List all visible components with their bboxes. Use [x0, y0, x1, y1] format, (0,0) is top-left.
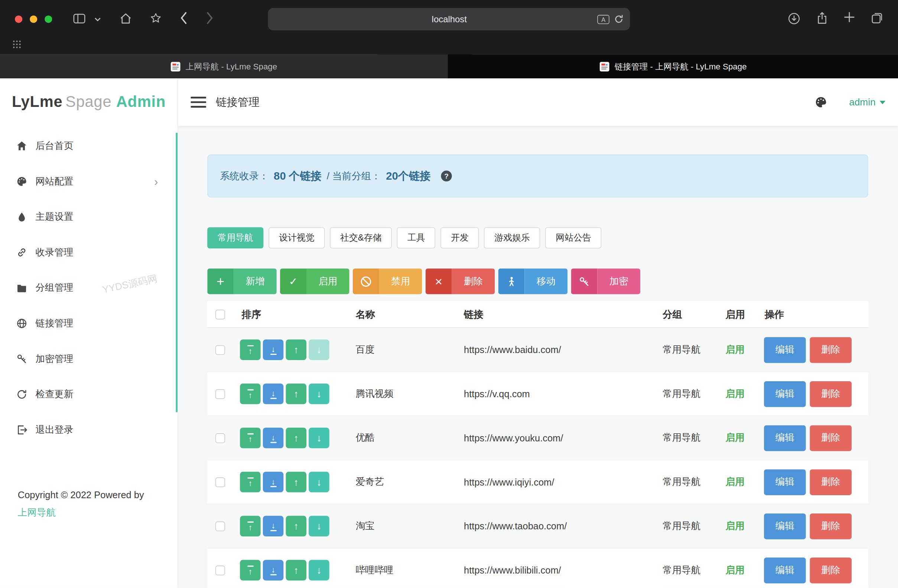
- move-top-button[interactable]: [240, 472, 261, 493]
- minimize-window-button[interactable]: [30, 15, 37, 23]
- sidebar-item-logout[interactable]: 退出登录: [0, 412, 177, 448]
- move-down-button[interactable]: [309, 560, 329, 580]
- arrow-up-icon: [294, 389, 298, 399]
- edit-button[interactable]: 编辑: [764, 425, 806, 451]
- move-up-button[interactable]: [286, 560, 307, 580]
- category-tab-games[interactable]: 游戏娱乐: [484, 227, 540, 248]
- move-up-button[interactable]: [286, 339, 307, 360]
- copyright-link[interactable]: 上网导航: [18, 504, 56, 522]
- disable-button[interactable]: 禁用: [353, 269, 422, 294]
- move-bottom-button[interactable]: [263, 384, 284, 404]
- row-checkbox[interactable]: [215, 521, 225, 531]
- edit-button[interactable]: 编辑: [764, 337, 806, 363]
- star-icon: [149, 12, 162, 25]
- move-bottom-button[interactable]: [263, 560, 284, 580]
- help-icon[interactable]: ?: [441, 171, 452, 181]
- plus-icon: +: [207, 269, 234, 294]
- delete-button[interactable]: 删除: [810, 381, 852, 407]
- move-top-button[interactable]: [240, 560, 261, 580]
- row-checkbox[interactable]: [215, 433, 225, 443]
- move-button[interactable]: 移动: [498, 269, 568, 294]
- close-window-button[interactable]: [15, 15, 22, 23]
- delete-button[interactable]: 删除: [810, 337, 852, 363]
- sidebar-item-site-config[interactable]: 网站配置 ›: [0, 164, 177, 200]
- enable-button[interactable]: ✓ 启用: [280, 269, 349, 294]
- category-tabs: 常用导航 设计视觉 社交&存储 工具 开发 游戏娱乐 网站公告: [207, 227, 868, 248]
- row-checkbox[interactable]: [215, 389, 225, 399]
- reload-button[interactable]: [614, 14, 624, 24]
- sidebar-item-links[interactable]: 链接管理: [0, 306, 177, 341]
- delete-button[interactable]: 删除: [810, 425, 852, 451]
- delete-button[interactable]: 删除: [810, 469, 852, 495]
- row-checkbox[interactable]: [215, 565, 225, 575]
- category-tab-dev[interactable]: 开发: [440, 227, 479, 248]
- share-button[interactable]: [815, 11, 829, 25]
- move-down-button[interactable]: [309, 428, 329, 448]
- bulk-delete-button[interactable]: × 删除: [426, 269, 495, 294]
- sort-controls: [240, 339, 356, 360]
- menu-toggle-button[interactable]: [191, 97, 206, 107]
- arrow-down-icon: [317, 389, 321, 399]
- user-dropdown[interactable]: admin: [849, 97, 886, 108]
- move-up-button[interactable]: [286, 428, 307, 448]
- tab-link-management[interactable]: 链接管理 - 上网导航 - LyLme Spage: [448, 54, 898, 78]
- row-checkbox[interactable]: [215, 477, 225, 487]
- edit-button[interactable]: 编辑: [764, 469, 806, 495]
- move-bottom-button[interactable]: [263, 516, 284, 536]
- tab-spage-home[interactable]: 上网导航 - LyLme Spage: [0, 54, 448, 78]
- sidebar-toggle-button[interactable]: [72, 12, 86, 25]
- link-status: 启用: [726, 564, 763, 576]
- move-top-button[interactable]: [240, 339, 261, 360]
- category-tab-social[interactable]: 社交&存储: [330, 227, 392, 248]
- edit-button[interactable]: 编辑: [764, 513, 806, 539]
- sort-controls: [240, 472, 356, 493]
- edit-button[interactable]: 编辑: [764, 381, 806, 407]
- encrypt-button[interactable]: 加密: [571, 269, 640, 294]
- move-up-button[interactable]: [286, 384, 307, 404]
- move-bottom-button[interactable]: [263, 339, 284, 360]
- home-button[interactable]: [119, 12, 132, 25]
- column-header-url: 链接: [464, 308, 663, 321]
- move-up-button[interactable]: [286, 516, 307, 536]
- edit-button[interactable]: 编辑: [764, 557, 806, 583]
- sidebar-item-encryption[interactable]: 加密管理: [0, 341, 177, 377]
- app-grid-icon[interactable]: [12, 39, 22, 51]
- move-down-button[interactable]: [309, 339, 329, 360]
- delete-button[interactable]: 删除: [810, 557, 852, 583]
- zoom-window-button[interactable]: [45, 15, 52, 23]
- category-tab-notice[interactable]: 网站公告: [546, 227, 602, 248]
- sidebar-menu-chevron[interactable]: [94, 17, 101, 21]
- theme-palette-button[interactable]: [814, 96, 827, 109]
- link-url: https://www.iqiyi.com/: [464, 477, 663, 487]
- address-bar[interactable]: A: [268, 8, 630, 31]
- back-button[interactable]: [180, 12, 187, 25]
- add-button[interactable]: + 新增: [207, 269, 277, 294]
- translate-icon[interactable]: A: [597, 14, 609, 24]
- move-bottom-button[interactable]: [263, 472, 284, 493]
- url-input[interactable]: [268, 8, 598, 31]
- sidebar-item-dashboard[interactable]: 后台首页: [0, 128, 177, 164]
- move-bottom-button[interactable]: [263, 428, 284, 448]
- move-top-button[interactable]: [240, 516, 261, 536]
- move-top-button[interactable]: [240, 384, 261, 404]
- row-checkbox[interactable]: [215, 345, 225, 355]
- sidebar-item-collection[interactable]: 收录管理: [0, 235, 177, 270]
- tab-overview-button[interactable]: [870, 12, 884, 25]
- sidebar-item-theme[interactable]: 主题设置: [0, 200, 177, 235]
- category-tab-common[interactable]: 常用导航: [207, 227, 263, 248]
- select-all-checkbox[interactable]: [215, 309, 225, 319]
- delete-button[interactable]: 删除: [810, 513, 852, 539]
- new-tab-button[interactable]: [843, 11, 856, 23]
- downloads-button[interactable]: [787, 12, 800, 25]
- bookmark-button[interactable]: [149, 12, 162, 25]
- move-down-button[interactable]: [309, 384, 329, 404]
- move-top-button[interactable]: [240, 428, 261, 448]
- category-tab-tools[interactable]: 工具: [397, 227, 435, 248]
- move-down-button[interactable]: [309, 472, 329, 493]
- sidebar-item-update[interactable]: 检查更新: [0, 377, 177, 412]
- move-up-button[interactable]: [286, 472, 307, 493]
- move-down-button[interactable]: [309, 516, 329, 536]
- forward-button[interactable]: [206, 12, 214, 25]
- category-tab-design[interactable]: 设计视觉: [269, 227, 324, 248]
- sidebar-item-groups[interactable]: 分组管理: [0, 270, 177, 306]
